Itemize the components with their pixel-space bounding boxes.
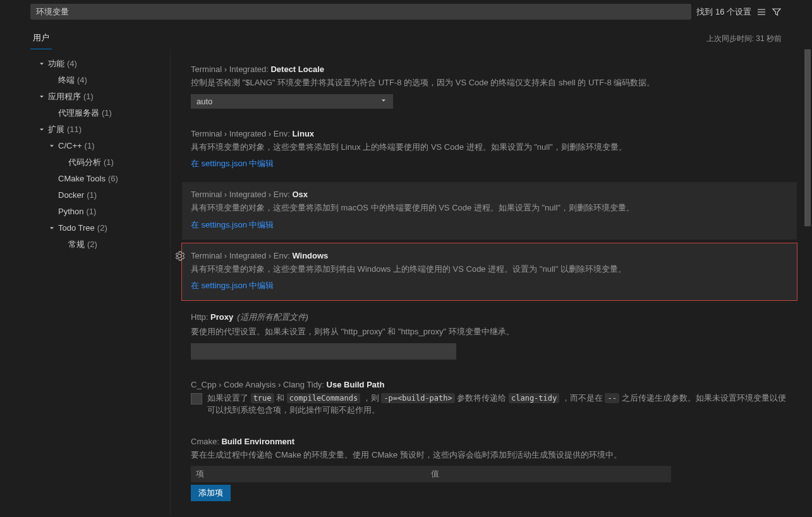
gear-icon[interactable] [174,251,185,261]
code-snippet: clang-tidy [509,393,559,403]
toc-python[interactable]: Python(1) [0,204,170,220]
toc-label: 代码分析 [68,155,101,169]
chevron-down-icon [37,92,47,102]
toc-docker[interactable]: Docker(1) [0,187,170,204]
toc-label: Python [58,205,83,219]
code-snippet: -- [605,393,619,403]
toc-terminal[interactable]: 终端(4) [0,72,170,88]
toc-label: Docker [58,188,84,202]
toc-apps[interactable]: 应用程序(1) [0,88,170,105]
toc-count: (1) [102,106,112,120]
toc-todo-tree[interactable]: Todo Tree(2) [0,220,170,236]
detect-locale-select[interactable]: auto [191,94,393,109]
breadcrumb: Terminal › Integrated › Env: [191,190,292,199]
toc-label: 代理服务器 [58,106,99,120]
setting-description: 如果设置了 true 和 compileCommands ，则 -p=<buil… [207,392,788,417]
toc-count: (11) [67,123,82,137]
setting-http-proxy: Http: Proxy(适用所有配置文件) 要使用的代理设置。如果未设置，则将从… [182,304,797,368]
setting-detect-locale: Terminal › Integrated: Detect Locale 控制是… [182,57,797,118]
setting-title: C_Cpp › Code Analysis › Clang Tidy: Use … [191,380,788,389]
toc-label: C/C++ [58,139,82,153]
code-snippet: compileCommands [287,393,360,403]
setting-name: Windows [292,251,328,260]
setting-title: Terminal › Integrated › Env: Linux [191,129,788,138]
search-results-count: 找到 16 个设置 [696,6,782,18]
setting-name: Detect Locale [270,64,324,74]
use-build-path-checkbox[interactable] [191,393,202,404]
breadcrumb: Terminal › Integrated › Env: [191,251,292,260]
toc-count: (1) [86,205,96,219]
toc-count: (4) [77,73,87,87]
toc-label: Todo Tree [58,221,95,235]
breadcrumb: Http: [191,312,210,322]
setting-title: Terminal › Integrated: Detect Locale [191,64,788,74]
setting-env-windows: Terminal › Integrated › Env: Windows 具有环… [182,243,797,301]
breadcrumb: Terminal › Integrated › Env: [191,129,292,138]
toc-label: 应用程序 [48,90,81,104]
setting-title: Terminal › Integrated › Env: Windows [191,251,788,260]
results-text: 找到 16 个设置 [696,6,751,18]
toc-count: (2) [97,221,107,235]
add-item-button[interactable]: 添加项 [191,485,231,501]
setting-title: Terminal › Integrated › Env: Osx [191,190,788,199]
toc-label: 终端 [58,73,75,87]
setting-clang-tidy: C_Cpp › Code Analysis › Clang Tidy: Use … [182,372,797,425]
setting-env-linux: Terminal › Integrated › Env: Linux 具有环境变… [182,121,797,179]
setting-description: 要使用的代理设置。如果未设置，则将从 "http_proxy" 和 "https… [191,325,788,338]
toc-label: 功能 [48,57,64,71]
toc-label: 扩展 [48,123,64,137]
settings-list: Terminal › Integrated: Detect Locale 控制是… [171,49,812,516]
setting-description: 具有环境变量的对象，这些变量将添加到 Linux 上的终端要使用的 VS Cod… [191,141,788,154]
chevron-down-icon [47,223,57,233]
setting-scope: (适用所有配置文件) [237,312,308,322]
setting-name: Proxy [210,312,233,322]
toc-ccpp[interactable]: C/C++(1) [0,138,170,154]
edit-in-settings-link[interactable]: 在 settings.json 中编辑 [191,220,274,229]
code-snippet: true [251,393,274,403]
toc-cmake-tools[interactable]: CMake Tools(6) [0,171,170,187]
tab-user[interactable]: 用户 [30,28,52,49]
http-proxy-input[interactable] [191,343,456,360]
settings-search-bar: 找到 16 个设置 [0,0,812,23]
chevron-down-icon [47,141,57,151]
toc-label: 常规 [68,238,85,252]
sync-status: 上次同步时间: 31 秒前 [706,33,782,44]
breadcrumb: C_Cpp › Code Analysis › Clang Tidy: [191,380,327,389]
toc-code-analysis[interactable]: 代码分析(1) [0,154,170,171]
chevron-down-icon [37,125,47,135]
setting-description: 具有环境变量的对象，这些变量将添加到 macOS 中的终端要使用的 VS Cod… [191,202,788,214]
setting-name: Osx [292,190,308,199]
settings-tabs: 用户 上次同步时间: 31 秒前 [0,28,812,49]
breadcrumb: Terminal › Integrated: [191,64,270,74]
env-table-header: 项 值 [191,466,671,482]
filter-icon[interactable] [772,7,782,17]
chevron-down-icon [37,59,47,69]
toc-count: (6) [108,172,118,186]
settings-content: 功能(4) 终端(4) 应用程序(1) 代理服务器(1) 扩展(11) C/C+… [0,49,812,516]
toc-general[interactable]: 常规(2) [0,236,170,253]
toc-count: (1) [83,90,94,104]
edit-in-settings-link[interactable]: 在 settings.json 中编辑 [191,281,274,290]
setting-cmake-build-env: Cmake: Build Environment 要在生成过程中传递给 CMak… [182,429,797,511]
setting-name: Linux [292,129,314,138]
toc-count: (1) [85,139,95,153]
setting-name: Build Environment [221,437,294,446]
code-snippet: -p=<build-path> [381,393,454,403]
toc-proxy[interactable]: 代理服务器(1) [0,105,170,121]
column-value: 值 [431,468,666,480]
breadcrumb: Cmake: [191,437,221,446]
setting-title: Http: Proxy(适用所有配置文件) [191,312,788,323]
toc-extensions[interactable]: 扩展(11) [0,121,170,138]
chevron-down-icon [380,97,387,106]
search-input[interactable] [30,4,691,20]
setting-description: 要在生成过程中传递给 CMake 的环境变量。使用 CMake 预设时，这些内容… [191,449,788,461]
settings-toc: 功能(4) 终端(4) 应用程序(1) 代理服务器(1) 扩展(11) C/C+… [0,49,171,516]
toc-label: CMake Tools [58,172,106,186]
toc-features[interactable]: 功能(4) [0,56,170,72]
edit-in-settings-link[interactable]: 在 settings.json 中编辑 [191,159,274,168]
toc-count: (4) [67,57,77,71]
settings-view-icon[interactable] [756,7,767,17]
setting-name: Use Build Path [327,380,385,389]
column-key: 项 [196,468,431,480]
scrollbar[interactable] [804,49,812,516]
